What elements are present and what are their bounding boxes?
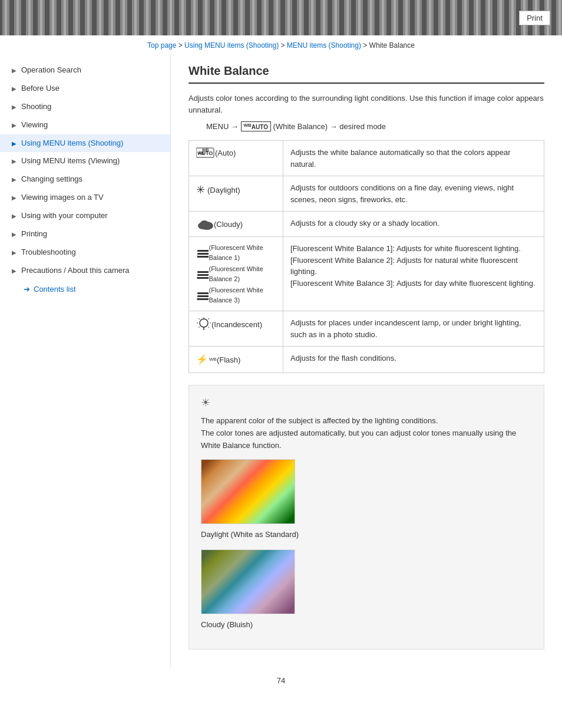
sidebar-item-label: Using MENU items (Viewing) [21, 156, 120, 166]
incandescent-label: (Incandescent) [211, 319, 262, 331]
svg-line-22 [199, 318, 200, 319]
breadcrumb-menu-items-shooting[interactable]: MENU items (Shooting) [287, 41, 361, 50]
wb-auto-icon: WB WB AUTO [196, 147, 215, 159]
table-row: (Cloudy) Adjusts for a cloudy sky or a s… [189, 212, 544, 237]
sidebar-item-label: Viewing images on a TV [21, 193, 104, 203]
menu-formula: MENU → WBAUTO (White Balance) → desired … [206, 121, 544, 131]
sidebar-item-using-menu-shooting[interactable]: ▶ Using MENU items (Shooting) [0, 134, 170, 153]
breadcrumb-using-menu-shooting[interactable]: Using MENU items (Shooting) [184, 41, 279, 50]
sidebar-item-using-computer[interactable]: ▶ Using with your computer [0, 207, 170, 225]
intro-text: Adjusts color tones according to the sur… [189, 93, 544, 116]
sidebar-item-troubleshooting[interactable]: ▶ Troubleshooting [0, 243, 170, 262]
svg-line-23 [208, 318, 209, 319]
sidebar-item-label: Troubleshooting [21, 248, 76, 258]
table-cell-icon: ₁ (Fluorescent White Balance 1) ₂ [189, 237, 283, 311]
contents-list-link[interactable]: ➔ Contents list [0, 280, 170, 298]
contents-list-arrow-icon: ➔ [24, 285, 30, 294]
sidebar-arrow: ▶ [12, 85, 16, 93]
cloudy-caption: Cloudy (Bluish) [201, 619, 532, 631]
svg-line-26 [199, 327, 200, 328]
main-layout: ▶ Operation Search ▶ Before Use ▶ Shooti… [0, 55, 562, 667]
daylight-label: (Daylight) [207, 185, 240, 196]
table-cell-desc: Adjusts for outdoors conditions on a fin… [283, 176, 544, 212]
wb-table: WB WB AUTO (Auto) Adjusts the white bala… [189, 140, 544, 373]
breadcrumb-white-balance: White Balance [369, 41, 415, 50]
sidebar-item-using-menu-viewing[interactable]: ▶ Using MENU items (Viewing) [0, 152, 170, 170]
breadcrumb-top[interactable]: Top page [147, 41, 176, 50]
sidebar: ▶ Operation Search ▶ Before Use ▶ Shooti… [0, 55, 171, 667]
flash-icon: ⚡ [196, 353, 208, 367]
tip-icon: ☀ [201, 394, 532, 411]
daylight-image [201, 459, 295, 524]
sidebar-item-label: Using with your computer [21, 211, 108, 221]
breadcrumb-sep3: > [363, 41, 369, 50]
header-bar: Print [0, 0, 562, 35]
sidebar-item-label: Printing [21, 229, 47, 239]
sidebar-item-shooting[interactable]: ▶ Shooting [0, 98, 170, 116]
sidebar-item-label: Before Use [21, 84, 59, 94]
formula-rest: (White Balance) → desired mode [273, 122, 386, 131]
table-row: ✳ (Daylight) Adjusts for outdoors condit… [189, 176, 544, 212]
sidebar-item-operation-search[interactable]: ▶ Operation Search [0, 61, 170, 80]
sidebar-arrow: ▶ [12, 194, 16, 202]
breadcrumb-sep2: > [281, 41, 287, 50]
flash-label: (Flash) [217, 354, 240, 366]
table-row: ⚡ WB (Flash) Adjusts for the flash condi… [189, 347, 544, 373]
content-area: White Balance Adjusts color tones accord… [171, 55, 562, 667]
table-cell-icon: (Incandescent) [189, 311, 283, 347]
breadcrumb: Top page > Using MENU items (Shooting) >… [0, 35, 562, 55]
auto-label: (Auto) [215, 147, 236, 159]
table-cell-desc: [Fluorescent White Balance 1]: Adjusts f… [283, 237, 544, 311]
table-row: ₁ (Fluorescent White Balance 1) ₂ [189, 237, 544, 311]
svg-line-27 [208, 327, 209, 328]
fluor3-label: (Fluorescent White Balance 3) [209, 285, 276, 305]
sidebar-arrow: ▶ [12, 249, 16, 256]
fluorescent2-icon: ₂ [196, 269, 209, 279]
table-cell-icon: ✳ (Daylight) [189, 176, 283, 212]
sidebar-arrow: ▶ [12, 103, 16, 111]
daylight-icon: ✳ [196, 182, 205, 198]
svg-rect-7 [197, 250, 209, 252]
sidebar-item-before-use[interactable]: ▶ Before Use [0, 80, 170, 98]
sidebar-item-label: Viewing [21, 120, 48, 130]
sidebar-arrow: ▶ [12, 121, 16, 129]
sidebar-item-viewing[interactable]: ▶ Viewing [0, 116, 170, 134]
sidebar-item-changing-settings[interactable]: ▶ Changing settings [0, 170, 170, 189]
fluorescent1-icon: ₁ [196, 248, 209, 258]
svg-rect-11 [197, 271, 209, 273]
print-button[interactable]: Print [519, 11, 550, 25]
sidebar-arrow: ▶ [12, 176, 16, 183]
sidebar-item-label: Shooting [21, 102, 51, 112]
svg-rect-13 [197, 277, 209, 279]
sidebar-item-precautions[interactable]: ▶ Precautions / About this camera [0, 262, 170, 280]
sidebar-item-label: Changing settings [21, 174, 82, 185]
sidebar-arrow: ▶ [12, 230, 16, 238]
wb-auto-icon: WBAUTO [241, 121, 271, 131]
formula-menu: MENU → [206, 122, 241, 131]
svg-rect-12 [197, 274, 209, 276]
table-row: (Incandescent) Adjusts for places under … [189, 311, 544, 347]
sidebar-item-label: Using MENU items (Shooting) [21, 139, 123, 149]
svg-rect-16 [197, 295, 209, 297]
table-cell-icon: (Cloudy) [189, 212, 283, 237]
table-row: WB WB AUTO (Auto) Adjusts the white bala… [189, 141, 544, 176]
fluor2-label: (Fluorescent White Balance 2) [209, 264, 276, 284]
daylight-caption: Daylight (White as Standard) [201, 529, 532, 541]
sidebar-item-printing[interactable]: ▶ Printing [0, 225, 170, 243]
contents-list-label: Contents list [34, 285, 76, 294]
svg-rect-8 [197, 253, 209, 255]
page-title: White Balance [189, 64, 544, 84]
table-cell-desc: Adjusts for the flash conditions. [283, 347, 544, 373]
sidebar-item-viewing-tv[interactable]: ▶ Viewing images on a TV [0, 189, 170, 207]
sidebar-arrow: ▶ [12, 267, 16, 275]
flash-wb-super: WB [209, 356, 217, 363]
table-cell-icon: WB WB AUTO (Auto) [189, 141, 283, 176]
sidebar-arrow: ▶ [12, 140, 16, 147]
table-cell-desc: Adjusts for a cloudy sky or a shady loca… [283, 212, 544, 237]
svg-rect-17 [197, 298, 209, 300]
table-cell-desc: Adjusts for places under incandescent la… [283, 311, 544, 347]
svg-point-6 [200, 220, 209, 226]
svg-rect-15 [197, 292, 209, 294]
cloudy-icon [196, 218, 214, 230]
sidebar-item-label: Precautions / About this camera [21, 266, 130, 276]
